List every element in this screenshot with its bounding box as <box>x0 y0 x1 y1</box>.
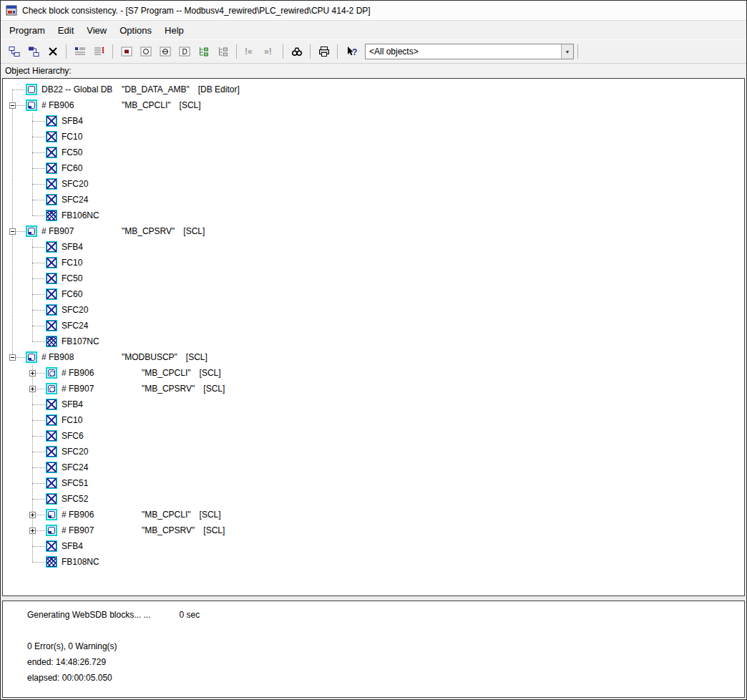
menu-edit[interactable]: Edit <box>52 22 80 39</box>
collapse-icon[interactable] <box>9 354 16 361</box>
tree-item-fb108nc[interactable]: FB108NC <box>3 554 744 570</box>
tree-item-sfc20[interactable]: SFC20 <box>3 302 744 318</box>
help-cursor-button[interactable]: ? <box>342 43 360 60</box>
tree-item-text: FC10 <box>62 129 142 145</box>
tree-item-sfb4[interactable]: SFB4 <box>3 113 744 129</box>
help-cursor-icon: ? <box>346 46 357 57</box>
update-call-structure-button[interactable] <box>5 43 23 60</box>
fb-block-icon <box>26 99 37 111</box>
crossed-block-icon <box>46 273 57 284</box>
expand-icon[interactable] <box>29 512 36 518</box>
block-id: # FB907 <box>42 226 122 236</box>
object-properties-button[interactable] <box>90 43 108 60</box>
view-objects-button[interactable] <box>137 43 155 60</box>
tree-item-sfc20[interactable]: SFC20 <box>3 176 744 192</box>
next-error-button[interactable]: »! <box>260 43 278 60</box>
tree-item-fc60[interactable]: FC60 <box>3 286 744 302</box>
crossed-block-icon <box>46 320 57 331</box>
tree-item-sfc20[interactable]: SFC20 <box>3 444 744 460</box>
block-name: "MB_CPSRV" <box>142 384 203 394</box>
tree-item-text: FC60 <box>62 160 142 176</box>
tree-item-fc50[interactable]: FC50 <box>3 145 744 160</box>
fb-multi-instance-icon <box>46 367 57 379</box>
crossed-block-icon <box>46 147 57 158</box>
crossed-block-icon <box>46 288 57 300</box>
svg-text:!«: !« <box>245 47 253 57</box>
tree-item-fb907[interactable]: # FB907"MB_CPSRV"[SCL] <box>3 522 744 538</box>
block-id: SFB4 <box>62 242 142 252</box>
tree-item-fc10[interactable]: FC10 <box>3 129 744 145</box>
tree-item-text: SFB4 <box>62 397 142 412</box>
crossed-block-icon <box>46 194 57 205</box>
collapse-tree-button[interactable] <box>214 43 232 60</box>
menu-view[interactable]: View <box>80 22 113 39</box>
tree-item-text: SFC20 <box>62 176 142 192</box>
tree-item-fc10[interactable]: FC10 <box>3 255 744 271</box>
output-duration: 0 sec <box>180 610 200 620</box>
combo-arrow-icon[interactable]: ▼ <box>561 44 573 59</box>
tree-item-fb907[interactable]: # FB907"MB_CPSRV"[SCL] <box>3 381 744 397</box>
expand-icon[interactable] <box>29 386 36 392</box>
next-error-icon: »! <box>264 46 275 57</box>
object-hierarchy-tree[interactable]: DB22 -- Global DB"DB_DATA_AMB"[DB Editor… <box>2 78 745 596</box>
tree-item-fc50[interactable]: FC50 <box>3 271 744 286</box>
collapse-icon[interactable] <box>9 228 16 235</box>
tree-item-fc10[interactable]: FC10 <box>3 412 744 428</box>
toolbar-separator <box>236 44 237 59</box>
tree-item-text: FC50 <box>62 271 142 286</box>
tree-item-fb906[interactable]: # FB906"MB_CPCLI"[SCL] <box>3 365 744 381</box>
tree-item-sfb4[interactable]: SFB4 <box>3 538 744 554</box>
tree-item-sfc24[interactable]: SFC24 <box>3 318 744 334</box>
tree-item-fc60[interactable]: FC60 <box>3 160 744 176</box>
tree-item-fb907[interactable]: # FB907"MB_CPSRV"[SCL] <box>3 223 744 239</box>
collapse-icon[interactable] <box>9 102 16 109</box>
tree-item-sfb4[interactable]: SFB4 <box>3 239 744 255</box>
compile-stop-button[interactable] <box>117 43 135 60</box>
print-button[interactable] <box>315 43 333 60</box>
tree-item-sfc52[interactable]: SFC52 <box>3 491 744 507</box>
fb-multi-instance-icon <box>46 383 57 394</box>
view-document-button[interactable]: D <box>175 43 193 60</box>
object-list-button[interactable] <box>71 43 89 60</box>
tree-item-fb908[interactable]: # FB908"MODBUSCP"[SCL] <box>3 349 744 365</box>
block-id: SFB4 <box>62 116 142 126</box>
output-pane[interactable]: Generating WebSDB blocks... ... 0 sec 0 … <box>2 601 745 698</box>
block-id: FC10 <box>62 258 142 268</box>
tree-item-fb906[interactable]: # FB906"MB_CPCLI"[SCL] <box>3 507 744 522</box>
object-filter-combobox[interactable]: <All objects>▼ <box>365 44 574 59</box>
tree-item-sfc24[interactable]: SFC24 <box>3 460 744 475</box>
crossed-block-icon <box>46 414 57 426</box>
menu-program[interactable]: Program <box>3 22 52 39</box>
block-id: # FB906 <box>42 100 122 110</box>
output-blank-line <box>27 626 738 641</box>
expand-tree-button[interactable] <box>195 43 213 60</box>
view-timestamps-icon <box>160 46 171 57</box>
block-id: SFC20 <box>62 305 142 315</box>
tree-item-text: SFC24 <box>62 460 142 475</box>
tree-item-db22globaldb[interactable]: DB22 -- Global DB"DB_DATA_AMB"[DB Editor… <box>3 82 744 97</box>
title-bar[interactable]: Check block consistency. - [S7 Program -… <box>1 1 746 21</box>
block-id: SFC51 <box>62 478 142 488</box>
crossed-block-icon <box>46 257 57 268</box>
expand-icon[interactable] <box>29 528 36 534</box>
menu-help[interactable]: Help <box>158 22 190 39</box>
block-language: [SCL] <box>200 368 221 378</box>
previous-error-button[interactable]: !« <box>241 43 259 60</box>
tree-item-fb107nc[interactable]: FB107NC <box>3 334 744 349</box>
block-language: [SCL] <box>186 352 208 362</box>
tree-item-sfc24[interactable]: SFC24 <box>3 192 744 208</box>
block-language: [SCL] <box>183 226 205 236</box>
view-timestamps-button[interactable] <box>156 43 174 60</box>
tree-item-sfb4[interactable]: SFB4 <box>3 397 744 412</box>
find-button[interactable] <box>288 43 306 60</box>
tree-item-fb906[interactable]: # FB906"MB_CPCLI"[SCL] <box>3 97 744 113</box>
menu-options[interactable]: Options <box>113 22 158 39</box>
tree-item-fb106nc[interactable]: FB106NC <box>3 208 744 223</box>
tree-item-sfc6[interactable]: SFC6 <box>3 428 744 444</box>
cancel-button[interactable] <box>44 43 62 60</box>
expand-icon[interactable] <box>29 370 36 376</box>
check-consistency-button[interactable] <box>24 43 42 60</box>
tree-item-sfc51[interactable]: SFC51 <box>3 475 744 491</box>
block-language: [SCL] <box>203 525 225 535</box>
block-language: [SCL] <box>200 510 221 520</box>
